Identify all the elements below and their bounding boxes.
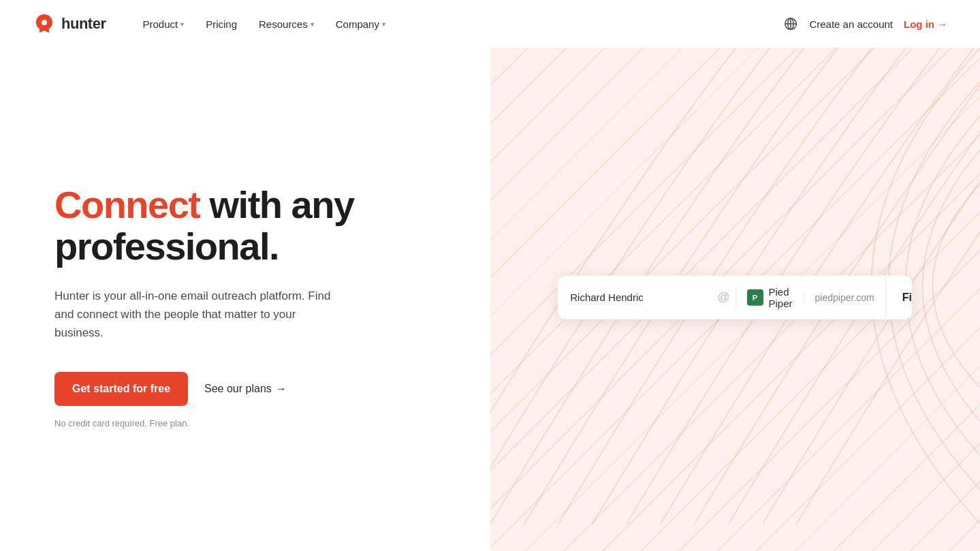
at-symbol: @ (712, 290, 735, 304)
navigation: hunter Product ▾ Pricing Resources ▾ Com… (0, 0, 980, 48)
chevron-down-icon: ▾ (382, 20, 385, 28)
logo-text: hunter (61, 15, 106, 33)
nav-item-resources[interactable]: Resources ▾ (249, 13, 323, 35)
nav-links: Product ▾ Pricing Resources ▾ Company ▾ (133, 13, 783, 35)
svg-point-0 (42, 20, 47, 25)
chevron-down-icon: ▾ (180, 20, 184, 28)
logo[interactable]: hunter (33, 12, 106, 35)
nav-item-pricing[interactable]: Pricing (196, 13, 247, 35)
hero-left: Connect with any professional. Hunter is… (0, 48, 490, 551)
see-plans-link[interactable]: See our plans → (204, 383, 287, 395)
login-link[interactable]: Log in → (904, 18, 947, 30)
hero-right: @ P Pied Piper piedpiper.com Find (490, 48, 981, 551)
company-logo-letter: P (753, 293, 757, 301)
hero-section: Connect with any professional. Hunter is… (0, 48, 980, 551)
nav-item-product[interactable]: Product ▾ (133, 13, 193, 35)
search-widget: @ P Pied Piper piedpiper.com Find (558, 275, 912, 319)
domain-display: piedpiper.com (804, 292, 885, 302)
create-account-link[interactable]: Create an account (809, 18, 893, 30)
globe-icon[interactable] (783, 16, 798, 31)
nav-right: Create an account Log in → (783, 16, 947, 31)
logo-icon (33, 12, 56, 35)
hero-subtext: Hunter is your all-in-one email outreach… (54, 287, 347, 343)
get-started-button[interactable]: Get started for free (54, 372, 188, 406)
company-selector[interactable]: P Pied Piper (736, 285, 804, 309)
hero-cta: Get started for free See our plans → (54, 372, 449, 406)
headline-highlight: Connect (54, 183, 200, 226)
company-name: Pied Piper (769, 285, 793, 309)
hero-headline: Connect with any professional. (54, 184, 449, 268)
find-button[interactable]: Find (885, 275, 913, 319)
company-logo: P (747, 289, 763, 305)
chevron-down-icon: ▾ (311, 20, 314, 28)
no-credit-text: No credit card required. Free plan. (54, 418, 449, 428)
name-input[interactable] (558, 292, 712, 303)
nav-item-company[interactable]: Company ▾ (326, 13, 395, 35)
